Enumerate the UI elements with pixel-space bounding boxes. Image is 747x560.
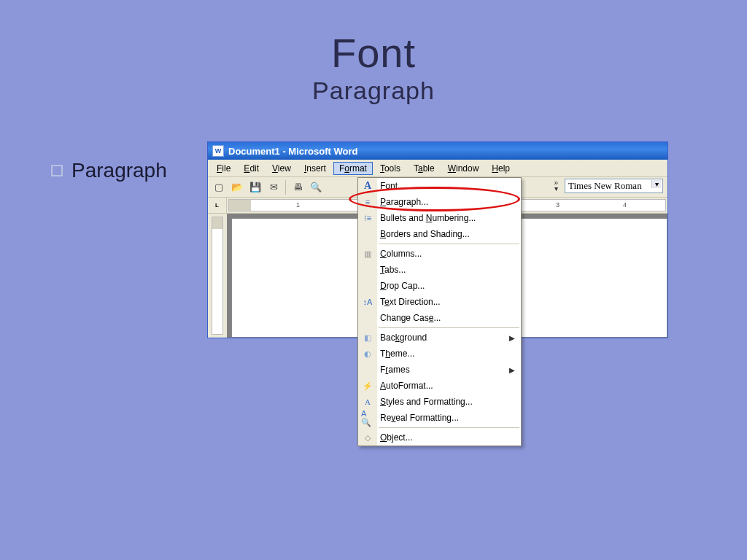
slide-bullet-text: Paragraph <box>71 159 167 182</box>
menu-separator-3 <box>379 427 519 428</box>
menu-item-paragraph-label: Paragraph... <box>380 197 428 207</box>
menu-item-styles[interactable]: A Styles and Formatting... <box>358 394 521 410</box>
save-icon[interactable]: 💾 <box>247 179 263 195</box>
title-bar[interactable]: W Document1 - Microsoft Word <box>208 142 667 160</box>
menu-item-autoformat[interactable]: ⚡ AutoFormat... <box>358 378 521 394</box>
toolbar-overflow-button[interactable]: »▾ <box>551 179 560 193</box>
menu-item-textdirection[interactable]: ↕A Text Direction... <box>358 294 521 310</box>
ruler-mark-1: 1 <box>296 201 300 209</box>
menu-item-reveal[interactable]: A🔍 Reveal Formatting... <box>358 410 521 426</box>
menu-item-background-label: Background <box>380 332 427 343</box>
background-icon: ◧ <box>361 331 374 344</box>
menu-item-dropcap-label: Drop Cap... <box>380 281 425 291</box>
submenu-arrow-icon: ▶ <box>509 334 515 342</box>
ruler-mark-4: 4 <box>623 201 627 209</box>
theme-icon: ◐ <box>361 347 374 360</box>
menu-separator-1 <box>379 244 519 244</box>
word-app-icon: W <box>212 145 224 157</box>
menu-bar: File Edit View Insert Format Tools Table… <box>208 160 667 177</box>
styles-icon: A <box>361 395 374 408</box>
vruler-top-margin-shade <box>212 217 222 229</box>
menu-separator-2 <box>379 327 519 328</box>
menu-item-paragraph[interactable]: ≡ Paragraph... <box>358 194 521 210</box>
menu-item-changecase[interactable]: Change Case... <box>358 310 521 326</box>
menu-item-theme[interactable]: ◐ Theme... <box>358 346 521 362</box>
menu-item-font[interactable]: A Font... <box>358 178 521 194</box>
open-icon[interactable]: 📂 <box>229 179 245 195</box>
columns-icon: ▥ <box>361 247 374 260</box>
menu-format[interactable]: Format <box>333 162 373 175</box>
menu-item-frames[interactable]: Frames ▶ <box>358 362 521 378</box>
ruler-mark-3: 3 <box>556 201 560 209</box>
menu-item-tabs-label: Tabs... <box>380 265 406 275</box>
font-name-dropdown[interactable]: Times New Roman <box>565 179 663 193</box>
menu-window[interactable]: Window <box>442 162 485 175</box>
format-dropdown-menu: A Font... ≡ Paragraph... ⁝≡ Bullets and … <box>357 177 522 446</box>
menu-item-dropcap[interactable]: Drop Cap... <box>358 278 521 294</box>
menu-item-styles-label: Styles and Formatting... <box>380 397 473 407</box>
font-a-icon: A <box>361 179 374 192</box>
window-title: Document1 - Microsoft Word <box>228 146 357 157</box>
menu-table[interactable]: Table <box>408 162 441 175</box>
slide-title-block: Font Paragraph <box>0 0 747 105</box>
bullets-icon: ⁝≡ <box>361 211 374 225</box>
menu-item-changecase-label: Change Case... <box>380 313 441 323</box>
menu-item-columns-label: Columns... <box>380 249 422 259</box>
menu-item-tabs[interactable]: Tabs... <box>358 262 521 278</box>
bullet-marker-icon <box>51 165 63 176</box>
menu-help[interactable]: Help <box>486 162 516 175</box>
print-preview-icon[interactable]: 🔍 <box>308 179 324 195</box>
menu-file[interactable]: File <box>211 162 236 175</box>
mail-icon[interactable]: ✉ <box>266 179 282 195</box>
menu-item-frames-label: Frames <box>380 365 410 375</box>
paragraph-icon: ≡ <box>361 195 374 209</box>
menu-item-borders[interactable]: Borders and Shading... <box>358 226 521 242</box>
menu-item-theme-label: Theme... <box>380 349 414 359</box>
toolbar-separator-1 <box>285 180 286 195</box>
menu-tools[interactable]: Tools <box>374 162 406 175</box>
reveal-formatting-icon: A🔍 <box>361 411 374 424</box>
menu-edit[interactable]: Edit <box>238 162 265 175</box>
menu-view[interactable]: View <box>266 162 297 175</box>
new-doc-icon[interactable]: ▢ <box>211 179 227 195</box>
menu-item-autoformat-label: AutoFormat... <box>380 381 433 391</box>
text-direction-icon: ↕A <box>361 295 374 308</box>
menu-item-object[interactable]: ◇ Object... <box>358 429 521 446</box>
menu-item-bullets[interactable]: ⁝≡ Bullets and Numbering... <box>358 210 521 226</box>
submenu-arrow-icon: ▶ <box>509 366 515 374</box>
menu-item-background[interactable]: ◧ Background ▶ <box>358 330 521 346</box>
menu-item-reveal-label: Reveal Formatting... <box>380 413 459 423</box>
vertical-ruler[interactable] <box>208 214 227 338</box>
menu-item-bullets-label: Bullets and Numbering... <box>380 213 476 223</box>
menu-item-borders-label: Borders and Shading... <box>380 229 470 239</box>
object-icon: ◇ <box>361 431 374 444</box>
menu-item-columns[interactable]: ▥ Columns... <box>358 246 521 262</box>
autoformat-icon: ⚡ <box>361 379 374 392</box>
slide-bullet-row: Paragraph <box>51 159 167 182</box>
font-name-value: Times New Roman <box>568 180 642 191</box>
tab-selector-button[interactable]: L <box>208 198 227 213</box>
print-icon[interactable]: 🖶 <box>290 179 306 195</box>
slide-title-1: Font <box>0 29 747 77</box>
slide-title-2: Paragraph <box>0 77 747 105</box>
menu-item-object-label: Object... <box>380 432 413 443</box>
menu-item-textdirection-label: Text Direction... <box>380 297 441 307</box>
menu-item-font-label: Font... <box>380 181 405 191</box>
ruler-left-margin-shade <box>229 200 251 211</box>
menu-insert[interactable]: Insert <box>298 162 332 175</box>
